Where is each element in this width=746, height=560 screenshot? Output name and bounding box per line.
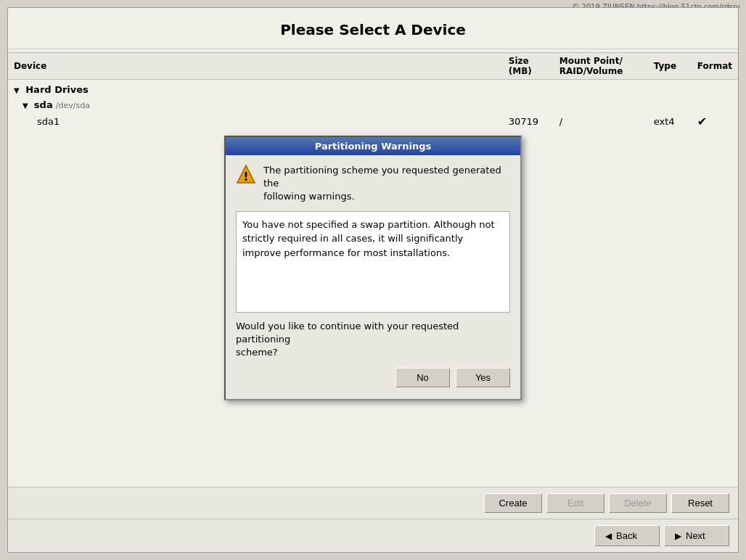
delete-button[interactable]: Delete	[609, 493, 667, 513]
dialog-yes-button[interactable]: Yes	[456, 368, 510, 387]
next-button[interactable]: ▶ Next	[664, 525, 729, 546]
col-header-mount: Mount Point/ RAID/Volume	[554, 53, 648, 80]
bottom-toolbar: Create Edit Delete Reset	[8, 487, 738, 519]
col-header-format: Format	[692, 53, 738, 80]
format-checkmark-sda1: ✔	[697, 115, 707, 128]
dialog-titlebar: Partitioning Warnings	[226, 137, 520, 155]
partition-size-sda1: 30719	[503, 112, 554, 131]
dialog-warning-row: ! The partitioning scheme you requested …	[236, 164, 510, 204]
svg-text:!: !	[243, 170, 248, 184]
partition-name-sda1: sda1	[8, 112, 503, 131]
next-icon: ▶	[675, 531, 681, 541]
device-table-area: Device Size (MB) Mount Point/ RAID/Volum…	[8, 49, 738, 487]
back-icon: ◀	[605, 531, 612, 541]
reset-button[interactable]: Reset	[671, 493, 729, 513]
next-label: Next	[686, 530, 705, 541]
drive-row-sda[interactable]: ▼ sda /dev/sda	[8, 97, 738, 112]
page-title: Please Select A Device	[8, 8, 738, 49]
partition-type-sda1: ext4	[648, 112, 692, 131]
partition-format-sda1: ✔	[692, 112, 738, 131]
dialog-buttons: No Yes	[236, 368, 510, 390]
drive-path-sda: /dev/sda	[56, 101, 90, 110]
drive-size-sda	[503, 97, 554, 112]
col-header-device: Device	[8, 53, 503, 80]
warning-icon: !	[236, 164, 256, 184]
partition-row-sda1[interactable]: sda1 30719 / ext4 ✔	[8, 112, 738, 131]
group-hard-drives: ▼ Hard Drives	[8, 80, 738, 98]
partition-mount-sda1: /	[554, 112, 648, 131]
device-table: Device Size (MB) Mount Point/ RAID/Volum…	[8, 52, 738, 131]
partitioning-warnings-dialog: Partitioning Warnings ! The partitioning…	[224, 136, 522, 400]
back-button[interactable]: ◀ Back	[594, 525, 660, 546]
drive-mount-sda	[554, 97, 648, 112]
col-header-type: Type	[648, 53, 692, 80]
dialog-message-area: You have not specified a swap partition.…	[236, 211, 510, 313]
dialog-question: Would you like to continue with your req…	[236, 320, 510, 360]
expand-icon-sda: ▼	[22, 102, 28, 110]
main-window: Please Select A Device Device Size (MB) …	[7, 7, 739, 553]
create-button[interactable]: Create	[484, 493, 542, 513]
edit-button[interactable]: Edit	[546, 493, 604, 513]
drive-format-sda	[692, 97, 738, 112]
dialog-body: ! The partitioning scheme you requested …	[226, 155, 520, 399]
nav-bar: ◀ Back ▶ Next	[8, 519, 738, 552]
drive-name-sda: sda	[34, 99, 53, 110]
back-label: Back	[616, 530, 637, 541]
group-label-hard-drives: Hard Drives	[25, 84, 89, 95]
drive-type-sda	[648, 97, 692, 112]
col-header-size: Size (MB)	[503, 53, 554, 80]
expand-icon-hard-drives: ▼	[14, 86, 20, 94]
dialog-no-button[interactable]: No	[395, 368, 450, 387]
dialog-warning-text: The partitioning scheme you requested ge…	[263, 164, 510, 204]
